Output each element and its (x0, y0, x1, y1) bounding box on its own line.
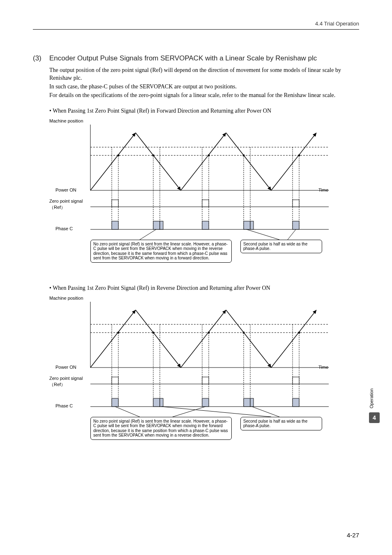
label-zero-point-1: Zero point signal (49, 199, 83, 204)
svg-rect-26 (202, 200, 209, 207)
svg-line-43 (90, 310, 136, 368)
label-zero-point-ref-1: （Ref） (49, 204, 65, 210)
label-zero-point-2: Zero point signal (49, 376, 83, 381)
section-paragraph-1: The output position of the zero point si… (49, 67, 359, 82)
section-number: (3) (33, 54, 49, 62)
header-breadcrumb: 4.4 Trial Operation (33, 21, 359, 29)
side-tab-label: Operation (369, 388, 374, 408)
svg-rect-73 (250, 398, 254, 407)
page-number: 4-27 (347, 532, 359, 539)
case2-diagram: Machine position (49, 296, 345, 448)
case2-callout-right: Second pulse is half as wide as the phas… (240, 417, 322, 430)
svg-rect-64 (112, 377, 118, 384)
svg-rect-31 (160, 221, 163, 229)
svg-rect-66 (293, 377, 299, 384)
case1-bullet: • When Passing 1st Zero Point Signal (Re… (49, 108, 359, 114)
svg-rect-70 (160, 398, 163, 407)
case1-diagram: Machine position (49, 118, 345, 271)
svg-line-7 (226, 133, 271, 190)
svg-line-6 (181, 133, 226, 190)
section-title: Encoder Output Pulse Signals from SERVOP… (49, 54, 359, 62)
svg-rect-32 (202, 221, 209, 229)
side-tab-chapter: 4 (369, 412, 380, 423)
svg-rect-33 (244, 221, 250, 229)
svg-line-38 (288, 229, 296, 240)
label-phase-c-2: Phase C (55, 403, 73, 408)
svg-rect-74 (293, 398, 299, 407)
section-paragraph-3: For details on the specifications of the… (49, 92, 359, 99)
svg-rect-65 (202, 377, 209, 384)
svg-line-75 (115, 407, 140, 417)
case1-callout-left: No zero point signal (Ref) is sent from … (90, 240, 232, 263)
label-phase-c-1: Phase C (55, 226, 73, 231)
side-tab: Operation 4 (369, 388, 380, 423)
svg-rect-27 (293, 200, 299, 207)
svg-line-37 (247, 229, 279, 240)
label-power-on-1: Power ON (55, 187, 76, 192)
label-time-2: Time (318, 365, 328, 370)
svg-line-44 (136, 310, 181, 368)
case2-callout-left: No zero point signal (Ref) is sent from … (90, 417, 232, 440)
svg-rect-30 (153, 221, 160, 229)
section-paragraph-2: In such case, the phase-C pulses of the … (49, 83, 359, 91)
case1-callout-right: Second pulse is half as wide as the phas… (240, 240, 322, 253)
svg-rect-35 (293, 221, 299, 229)
svg-line-45 (181, 310, 226, 368)
label-zero-point-ref-2: （Ref） (49, 382, 65, 388)
svg-rect-71 (202, 398, 209, 407)
svg-line-8 (271, 133, 316, 190)
svg-line-36 (140, 229, 156, 240)
svg-rect-34 (250, 221, 254, 229)
svg-line-46 (226, 310, 271, 368)
header-rule (33, 29, 359, 30)
svg-rect-29 (112, 221, 118, 229)
svg-rect-25 (112, 200, 118, 207)
label-power-on-2: Power ON (55, 365, 76, 370)
label-time-1: Time (318, 187, 328, 192)
svg-line-4 (90, 133, 136, 190)
svg-line-47 (271, 310, 316, 368)
case2-bullet: • When Passing 1st Zero Point Signal (Re… (49, 285, 359, 291)
svg-rect-69 (153, 398, 160, 407)
svg-line-5 (136, 133, 181, 190)
svg-rect-72 (244, 398, 250, 407)
svg-rect-68 (112, 398, 118, 407)
